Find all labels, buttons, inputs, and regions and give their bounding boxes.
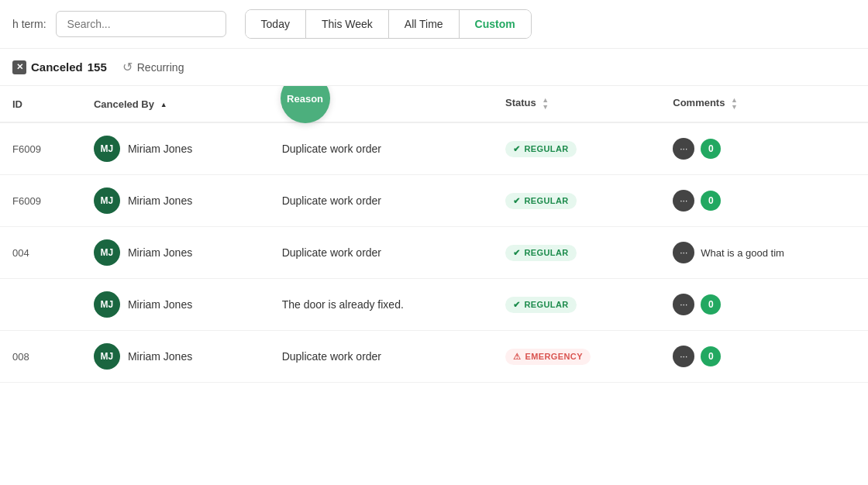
col-comments[interactable]: Comments ▲ ▼: [660, 86, 868, 122]
status-badge: ⚠EMERGENCY: [505, 349, 591, 365]
filter-all-time[interactable]: All Time: [389, 10, 460, 38]
cell-id: F6009: [0, 122, 81, 175]
comment-text: What is a good tim: [701, 247, 784, 259]
cell-reason: The door is already fixed.: [270, 279, 493, 331]
filter-custom[interactable]: Custom: [460, 10, 531, 38]
table-row: 008 MJ Miriam Jones Duplicate work order…: [0, 331, 868, 383]
comment-bubble-icon[interactable]: ···: [673, 242, 694, 263]
user-name: Miriam Jones: [128, 298, 192, 311]
cell-canceled-by: MJ Miriam Jones: [81, 279, 270, 331]
data-table: ID Canceled By ▲ Reason Reason: [0, 86, 868, 383]
cell-reason: Duplicate work order: [270, 331, 493, 383]
filter-today[interactable]: Today: [246, 10, 306, 38]
sub-header: ✕ Canceled 155 ↺ Recurring: [0, 49, 868, 86]
sort-arrows-comments: ▲ ▼: [731, 97, 738, 111]
reason-header-wrap: Reason Reason ▲ ▼: [282, 97, 329, 111]
cell-comments: ···0: [660, 331, 868, 383]
cell-status: ✔REGULAR: [493, 227, 660, 279]
check-icon: ✔: [513, 196, 520, 206]
sort-arrows-status: ▲ ▼: [542, 97, 549, 111]
canceled-badge: ✕ Canceled 155: [12, 60, 107, 74]
cell-comments: ···0: [660, 122, 868, 175]
search-label: h term:: [12, 18, 46, 30]
recurring-button[interactable]: ↺ Recurring: [122, 60, 184, 74]
cell-canceled-by: MJ Miriam Jones: [81, 331, 270, 383]
sort-arrows-canceled-by: ▲: [160, 101, 167, 108]
comment-count: 0: [701, 346, 721, 366]
avatar: MJ: [94, 187, 120, 214]
filter-group: Today This Week All Time Custom: [245, 9, 532, 39]
comment-bubble-icon[interactable]: ···: [673, 346, 694, 367]
check-icon: ✔: [513, 144, 520, 154]
user-name: Miriam Jones: [128, 194, 192, 207]
cell-status: ✔REGULAR: [493, 175, 660, 227]
user-name: Miriam Jones: [128, 350, 192, 363]
comment-cell: ···0: [673, 294, 856, 315]
comment-count: 0: [701, 294, 721, 315]
cell-canceled-by: MJ Miriam Jones: [81, 122, 270, 175]
canceled-count: 155: [88, 60, 107, 74]
cell-id: 004: [0, 227, 81, 279]
cell-status: ⚠EMERGENCY: [493, 331, 660, 383]
user-name: Miriam Jones: [128, 143, 192, 155]
check-icon: ✔: [513, 248, 520, 258]
comment-count: 0: [701, 191, 721, 211]
cell-canceled-by: MJ Miriam Jones: [81, 175, 270, 227]
avatar: MJ: [94, 291, 120, 318]
user-cell: MJ Miriam Jones: [94, 343, 257, 370]
emergency-icon: ⚠: [513, 352, 521, 362]
comment-bubble-icon[interactable]: ···: [673, 294, 694, 315]
col-status[interactable]: Status ▲ ▼: [493, 86, 660, 122]
cell-status: ✔REGULAR: [493, 279, 660, 331]
table-row: F6009 MJ Miriam Jones Duplicate work ord…: [0, 175, 868, 227]
canceled-label: Canceled: [31, 60, 83, 74]
cell-reason: Duplicate work order: [270, 175, 493, 227]
cell-comments: ···0: [660, 175, 868, 227]
user-name: Miriam Jones: [128, 246, 192, 259]
reason-tooltip: Reason: [281, 86, 330, 123]
avatar: MJ: [94, 343, 120, 370]
cell-id: [0, 279, 81, 331]
comment-bubble-icon[interactable]: ···: [673, 190, 694, 212]
recurring-label: Recurring: [137, 61, 184, 74]
comment-cell: ···0: [673, 346, 856, 367]
table-row: 004 MJ Miriam Jones Duplicate work order…: [0, 227, 868, 279]
table-header-row: ID Canceled By ▲ Reason Reason: [0, 86, 868, 122]
status-badge: ✔REGULAR: [505, 245, 577, 261]
col-id: ID: [0, 86, 81, 122]
cancel-icon: ✕: [12, 60, 26, 74]
user-cell: MJ Miriam Jones: [94, 239, 257, 266]
status-badge: ✔REGULAR: [505, 193, 577, 209]
avatar: MJ: [94, 239, 120, 266]
col-canceled-by[interactable]: Canceled By ▲: [81, 86, 270, 122]
comment-bubble-icon[interactable]: ···: [673, 138, 694, 160]
cell-reason: Duplicate work order: [270, 227, 493, 279]
recurring-icon: ↺: [122, 60, 133, 74]
filter-this-week[interactable]: This Week: [306, 10, 389, 38]
cell-reason: Duplicate work order: [270, 122, 493, 175]
col-reason[interactable]: Reason Reason ▲ ▼: [270, 86, 493, 122]
comment-cell: ···What is a good tim: [673, 242, 856, 263]
cell-id: 008: [0, 331, 81, 383]
check-icon: ✔: [513, 300, 520, 310]
status-badge: ✔REGULAR: [505, 297, 577, 313]
user-cell: MJ Miriam Jones: [94, 291, 257, 318]
cell-comments: ···0: [660, 279, 868, 331]
user-cell: MJ Miriam Jones: [94, 136, 257, 162]
table-row: MJ Miriam Jones The door is already fixe…: [0, 279, 868, 331]
table-row: F6009 MJ Miriam Jones Duplicate work ord…: [0, 122, 868, 175]
comment-cell: ···0: [673, 190, 856, 212]
cell-id: F6009: [0, 175, 81, 227]
cell-canceled-by: MJ Miriam Jones: [81, 227, 270, 279]
search-input[interactable]: [56, 11, 226, 37]
cell-comments: ···What is a good tim: [660, 227, 868, 279]
cell-status: ✔REGULAR: [493, 122, 660, 175]
status-badge: ✔REGULAR: [505, 141, 577, 157]
avatar: MJ: [94, 136, 120, 162]
top-bar: h term: Today This Week All Time Custom: [0, 0, 868, 49]
user-cell: MJ Miriam Jones: [94, 187, 257, 214]
comment-cell: ···0: [673, 138, 856, 160]
comment-count: 0: [701, 139, 721, 159]
